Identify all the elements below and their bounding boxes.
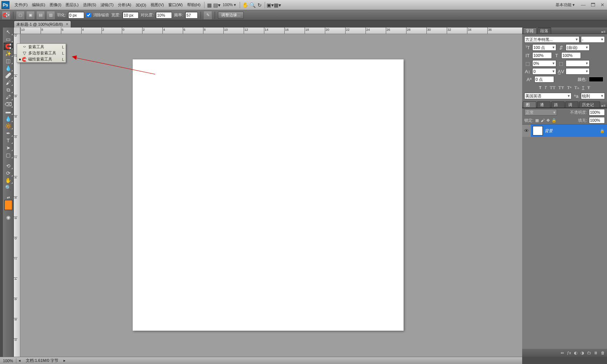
vertical-ruler[interactable]: 02468024680246802: [14, 34, 20, 357]
underline-icon[interactable]: T: [582, 85, 585, 91]
pen-pressure-icon[interactable]: ✎: [204, 11, 212, 19]
panel-menu-icon[interactable]: ▸≡: [600, 104, 607, 108]
selection-new-icon[interactable]: ▢: [16, 11, 24, 19]
brush-tool[interactable]: 🖌: [4, 79, 13, 86]
swap-colors-icon[interactable]: ⇄: [4, 195, 13, 200]
close-tab-icon[interactable]: ×: [66, 22, 69, 27]
marquee-tool[interactable]: ▭: [4, 35, 13, 43]
adjustment-layer-icon[interactable]: ◑: [581, 351, 584, 355]
quick-mask-icon[interactable]: ◉: [4, 214, 13, 221]
status-docinfo[interactable]: 文档:1.61M/0 字节: [23, 358, 61, 363]
canvas-area[interactable]: [20, 34, 522, 357]
language-select[interactable]: 美国英语▼: [524, 93, 571, 99]
menu-help[interactable]: 帮助(H): [185, 0, 203, 10]
opacity-input[interactable]: [589, 109, 605, 116]
menu-image[interactable]: 图像(I): [48, 0, 63, 10]
lock-position-icon[interactable]: ✥: [546, 118, 550, 123]
leading-select[interactable]: (自动)▼: [566, 44, 590, 51]
contrast-input[interactable]: [156, 12, 172, 18]
antialiasing-select[interactable]: 锐利▼: [581, 93, 605, 99]
font-style-select[interactable]: -▼: [581, 36, 605, 43]
frequency-input[interactable]: [185, 12, 198, 18]
eraser-tool[interactable]: ⌫: [4, 101, 13, 108]
crop-tool[interactable]: ◫: [4, 57, 13, 64]
menu-edit[interactable]: 编辑(E): [30, 0, 48, 10]
flyout-item-polygon-lasso[interactable]: ▽ 多边形套索工具 L: [17, 50, 66, 56]
hscale-input[interactable]: [561, 52, 581, 59]
path-selection-tool[interactable]: ➤: [4, 144, 13, 151]
close-icon[interactable]: ✕: [599, 2, 606, 8]
rotate-view-icon[interactable]: ↻: [256, 1, 263, 9]
menu-select[interactable]: 选择(S): [81, 0, 99, 10]
tab-paths[interactable]: 路径: [551, 101, 565, 108]
status-prev-icon[interactable]: ◂: [16, 358, 23, 363]
tab-character[interactable]: 字符: [523, 28, 537, 34]
launch-bridge-icon[interactable]: ▦: [206, 1, 213, 9]
link-layers-icon[interactable]: ⇔: [561, 351, 564, 355]
ruler-origin[interactable]: [14, 28, 20, 34]
dodge-tool[interactable]: 🔆: [4, 122, 13, 130]
group-icon[interactable]: 🗀: [587, 351, 591, 355]
extra-select[interactable]: ▼: [566, 68, 590, 75]
feather-input[interactable]: [68, 12, 84, 18]
menu-view[interactable]: 视图(V): [148, 0, 166, 10]
menu-file[interactable]: 文件(F): [12, 0, 30, 10]
lock-transparent-icon[interactable]: ▦: [535, 118, 539, 123]
tool-preset-icon[interactable]: 🧲▾: [2, 11, 10, 19]
subscript-icon[interactable]: Tₙ: [574, 85, 579, 91]
status-zoom[interactable]: 100%: [0, 359, 16, 363]
arrange-docs-icon[interactable]: ▤▾: [213, 1, 220, 9]
baseline-shift-input[interactable]: [534, 76, 554, 83]
layer-mask-icon[interactable]: ◐: [574, 351, 578, 355]
3d-rotate-tool[interactable]: ⟲: [4, 162, 13, 170]
width-input[interactable]: [123, 12, 139, 18]
move-tool[interactable]: ↖: [4, 28, 13, 35]
selection-add-icon[interactable]: ▣: [26, 11, 34, 19]
panel-menu-icon[interactable]: ▸≡: [600, 30, 607, 34]
smallcaps-icon[interactable]: Tᴛ: [558, 85, 564, 91]
font-size-select[interactable]: 100 点▼: [532, 44, 556, 51]
bold-icon[interactable]: T: [539, 85, 542, 91]
text-color-swatch[interactable]: [589, 77, 603, 82]
healing-brush-tool[interactable]: 🩹: [4, 72, 13, 79]
zoom-icon[interactable]: 🔍: [249, 1, 256, 9]
layer-style-icon[interactable]: ƒx: [567, 351, 571, 355]
maximize-icon[interactable]: 🗖: [590, 2, 596, 8]
selection-intersect-icon[interactable]: ▥: [47, 11, 55, 19]
hand-tool[interactable]: ✋: [4, 177, 13, 184]
new-layer-icon[interactable]: 🗎: [594, 351, 598, 355]
eyedropper-tool[interactable]: 💧: [4, 64, 13, 72]
lock-all-icon[interactable]: 🔒: [552, 118, 557, 123]
hand-icon[interactable]: ✋: [241, 1, 249, 9]
tab-history[interactable]: 历史记录: [579, 101, 600, 108]
antialias-checkbox[interactable]: [86, 13, 91, 17]
status-next-icon[interactable]: ▸: [61, 358, 68, 363]
refine-edge-button[interactable]: 调整边缘...: [218, 12, 244, 19]
menu-analysis[interactable]: 分析(A): [116, 0, 133, 10]
layer-thumbnail[interactable]: [533, 126, 543, 135]
tab-layers[interactable]: 图层: [523, 101, 536, 108]
minimize-icon[interactable]: —: [580, 2, 587, 8]
magic-wand-tool[interactable]: ✨: [4, 50, 13, 57]
superscript-icon[interactable]: Tⁿ: [567, 85, 571, 91]
extras-icon[interactable]: ▦▾: [274, 1, 281, 9]
foreground-color-swatch[interactable]: [4, 200, 12, 210]
flyout-item-magnetic-lasso[interactable]: ■ 🧲 磁性套索工具 L: [17, 56, 66, 62]
flyout-item-lasso[interactable]: ⌔ 套索工具 L: [17, 44, 66, 50]
blend-mode-select[interactable]: 正常▾: [524, 109, 557, 116]
pen-tool[interactable]: ✒: [4, 130, 13, 137]
allcaps-icon[interactable]: TT: [550, 85, 556, 91]
zoom-level[interactable]: 100% ▾: [220, 3, 238, 7]
clone-stamp-tool[interactable]: ⧉: [4, 86, 13, 93]
workspace-switcher[interactable]: 基本功能 ▾: [553, 2, 577, 8]
layer-row[interactable]: 👁 背景 🔒: [522, 125, 607, 137]
layer-name[interactable]: 背景: [545, 128, 600, 134]
gradient-tool[interactable]: ▬: [4, 108, 13, 115]
type-tool[interactable]: T: [4, 137, 13, 144]
baseline-select[interactable]: 0▼: [532, 68, 556, 75]
lock-pixels-icon[interactable]: 🖌: [541, 118, 545, 122]
horizontal-ruler[interactable]: 108642024681012141618202224262830323436: [20, 28, 522, 34]
tab-paragraph[interactable]: 段落: [537, 28, 551, 34]
shape-tool[interactable]: ▢: [4, 151, 13, 159]
screen-mode-icon[interactable]: ▣▾: [267, 1, 274, 9]
